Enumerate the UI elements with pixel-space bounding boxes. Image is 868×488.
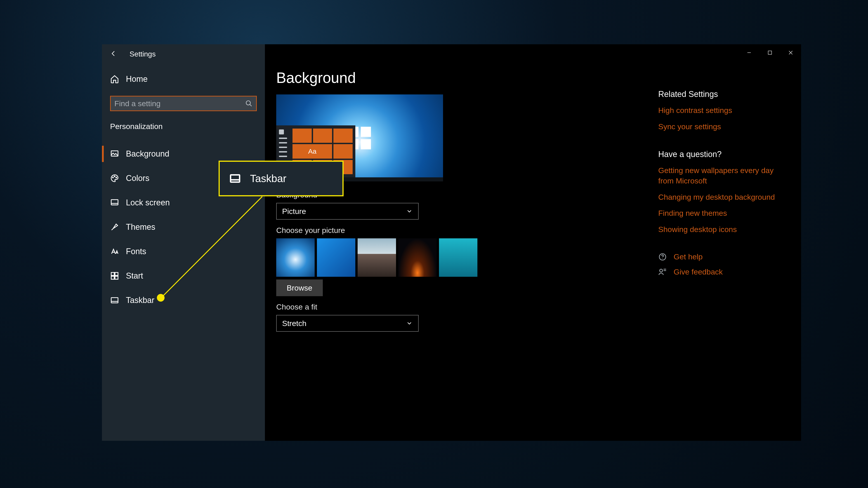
link-q2[interactable]: Changing my desktop background [658, 192, 785, 202]
svg-rect-5 [111, 200, 118, 205]
fit-dropdown-value: Stretch [282, 319, 307, 328]
home-label: Home [126, 74, 148, 84]
fonts-icon [110, 247, 119, 256]
svg-point-4 [116, 177, 117, 178]
link-q3[interactable]: Finding new themes [658, 208, 785, 219]
caption-buttons [739, 44, 801, 61]
question-block: Have a question? Getting new wallpapers … [658, 150, 785, 235]
picture-thumb-3[interactable] [358, 238, 396, 277]
annotation-dot [157, 294, 164, 302]
background-dropdown-value: Picture [282, 207, 306, 216]
svg-point-14 [659, 269, 662, 272]
svg-point-13 [662, 258, 663, 259]
choose-picture-label: Choose your picture [276, 226, 658, 235]
svg-rect-8 [111, 276, 114, 279]
right-panel: Related Settings High contrast settings … [658, 90, 785, 283]
browse-button[interactable]: Browse [276, 280, 323, 296]
svg-point-0 [246, 101, 250, 105]
sidebar-item-label: Themes [126, 222, 155, 232]
title-row: Settings [102, 44, 265, 65]
svg-rect-6 [111, 272, 114, 275]
page-title: Background [276, 69, 658, 86]
palette-icon [110, 174, 119, 183]
minimize-button[interactable] [739, 44, 760, 61]
sidebar-item-label: Colors [126, 173, 149, 183]
svg-rect-9 [115, 276, 118, 279]
link-q4[interactable]: Showing desktop icons [658, 224, 785, 235]
search-icon [245, 100, 252, 107]
start-icon [110, 271, 119, 281]
related-settings-block: Related Settings High contrast settings … [658, 90, 785, 132]
sidebar-item-label: Fonts [126, 247, 146, 256]
sidebar-item-label: Taskbar [126, 295, 154, 305]
preview-sample-text: Aa [292, 144, 332, 158]
home-icon [110, 74, 119, 84]
close-button[interactable] [780, 44, 801, 61]
chevron-down-icon [406, 320, 413, 327]
sidebar-item-themes[interactable]: Themes [102, 215, 265, 239]
link-q1[interactable]: Getting new wallpapers every day from Mi… [658, 165, 785, 186]
taskbar-icon [230, 174, 241, 183]
picture-thumb-2[interactable] [317, 238, 355, 277]
fit-dropdown[interactable]: Stretch [276, 315, 418, 332]
sidebar: Settings Home Personalization Background… [102, 44, 265, 441]
content: Background Aa Background Picture [265, 44, 658, 441]
picture-thumb-5[interactable] [439, 238, 477, 277]
picture-thumbnails [276, 238, 658, 277]
feedback-icon [658, 268, 667, 276]
lockscreen-icon [110, 198, 119, 207]
sidebar-item-start[interactable]: Start [102, 264, 265, 288]
svg-rect-11 [768, 51, 772, 54]
sidebar-item-label: Start [126, 271, 143, 281]
give-feedback-label: Give feedback [674, 267, 723, 276]
annotation-callout: Taskbar [219, 161, 344, 196]
annotation-label: Taskbar [250, 172, 286, 185]
search-input[interactable] [114, 99, 243, 108]
main-area: Background Aa Background Picture [265, 44, 801, 441]
get-help-row[interactable]: Get help [658, 252, 785, 261]
svg-rect-16 [230, 175, 240, 182]
svg-point-2 [113, 177, 113, 178]
question-title: Have a question? [658, 150, 785, 159]
picture-thumb-1[interactable] [276, 238, 315, 277]
taskbar-icon [110, 296, 119, 305]
picture-icon [110, 149, 119, 158]
chevron-down-icon [406, 208, 413, 215]
settings-window: Settings Home Personalization Background… [102, 44, 801, 441]
svg-rect-7 [115, 272, 118, 275]
related-settings-title: Related Settings [658, 90, 785, 99]
search-box[interactable] [110, 96, 257, 111]
maximize-button[interactable] [760, 44, 780, 61]
sidebar-item-label: Background [126, 149, 169, 159]
get-help-label: Get help [674, 252, 703, 261]
fit-label: Choose a fit [276, 302, 658, 311]
link-sync-settings[interactable]: Sync your settings [658, 122, 785, 132]
sidebar-item-label: Lock screen [126, 198, 170, 207]
svg-rect-10 [111, 297, 118, 303]
back-icon[interactable] [110, 50, 117, 58]
give-feedback-row[interactable]: Give feedback [658, 267, 785, 276]
app-title: Settings [129, 50, 156, 58]
link-high-contrast[interactable]: High contrast settings [658, 105, 785, 116]
sidebar-item-home[interactable]: Home [102, 67, 265, 91]
svg-point-3 [114, 176, 115, 177]
sidebar-item-taskbar[interactable]: Taskbar [102, 288, 265, 313]
help-icon [658, 253, 667, 261]
section-title: Personalization [102, 115, 265, 136]
themes-icon [110, 223, 119, 232]
background-dropdown[interactable]: Picture [276, 203, 418, 220]
picture-thumb-4[interactable] [398, 238, 437, 277]
sidebar-item-fonts[interactable]: Fonts [102, 239, 265, 264]
